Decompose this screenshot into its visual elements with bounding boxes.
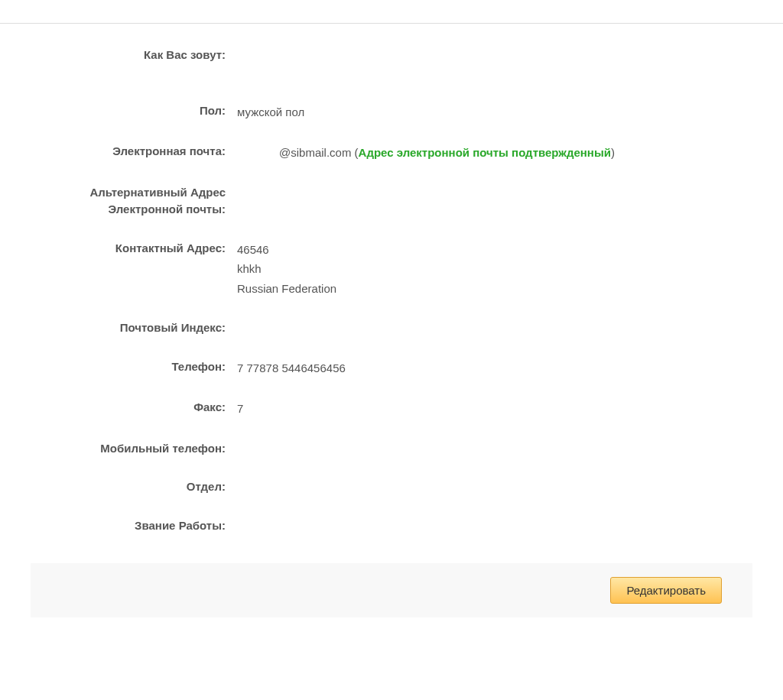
profile-row-gender: Пол: мужской пол xyxy=(31,102,752,122)
postal-label: Почтовый Индекс: xyxy=(31,319,237,337)
profile-row-alt-email: Альтернативный Адрес Электронной почты: xyxy=(31,184,752,219)
fax-label: Факс: xyxy=(31,399,237,416)
fax-value: 7 xyxy=(237,399,752,419)
email-address: @sibmail.com xyxy=(279,146,351,159)
email-paren-close: ) xyxy=(611,146,615,159)
profile-details: Как Вас зовут: Пол: мужской пол Электрон… xyxy=(0,24,783,563)
email-value-container: @sibmail.com (Адрес электронной почты по… xyxy=(237,143,752,163)
profile-row-postal: Почтовый Индекс: xyxy=(31,319,752,337)
email-paren-open: ( xyxy=(351,146,358,159)
profile-row-job-title: Звание Работы: xyxy=(31,517,752,535)
department-label: Отдел: xyxy=(31,478,237,496)
action-footer: Редактировать xyxy=(31,563,752,617)
alt-email-label: Альтернативный Адрес Электронной почты: xyxy=(31,184,237,219)
profile-row-address: Контактный Адрес: 46546 khkh Russian Fed… xyxy=(31,240,752,299)
phone-value: 7 77878 5446456456 xyxy=(237,358,752,378)
profile-row-mobile: Мобильный телефон: xyxy=(31,440,752,458)
mobile-label: Мобильный телефон: xyxy=(31,440,237,458)
profile-row-name: Как Вас зовут: xyxy=(31,47,752,64)
edit-button[interactable]: Редактировать xyxy=(610,577,722,604)
email-verified-status: Адрес электронной почты подтвержденный xyxy=(359,146,611,159)
profile-row-phone: Телефон: 7 77878 5446456456 xyxy=(31,358,752,378)
job-title-label: Звание Работы: xyxy=(31,517,237,535)
profile-row-fax: Факс: 7 xyxy=(31,399,752,419)
gender-label: Пол: xyxy=(31,102,237,120)
email-label: Электронная почта: xyxy=(31,143,237,160)
profile-row-email: Электронная почта: @sibmail.com (Адрес э… xyxy=(31,143,752,163)
gender-value: мужской пол xyxy=(237,102,752,122)
phone-label: Телефон: xyxy=(31,358,237,376)
address-value: 46546 khkh Russian Federation xyxy=(237,240,752,299)
address-label: Контактный Адрес: xyxy=(31,240,237,258)
profile-row-department: Отдел: xyxy=(31,478,752,496)
name-label: Как Вас зовут: xyxy=(31,47,237,64)
